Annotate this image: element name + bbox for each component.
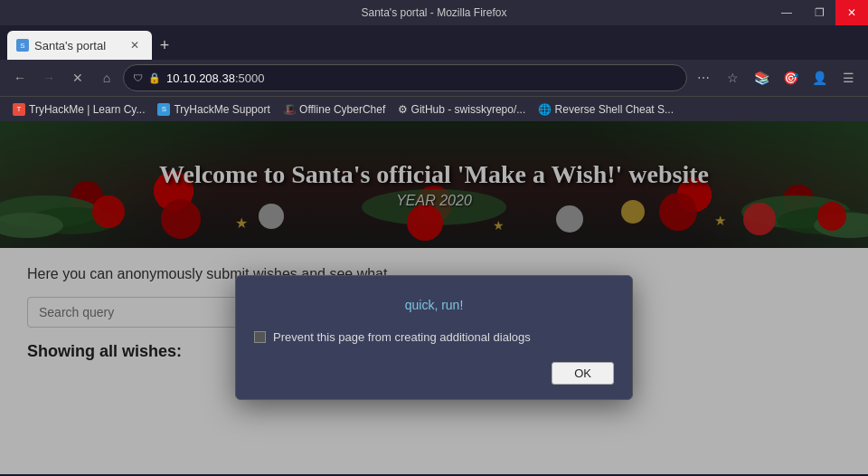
tab-label: Santa's portal [34,39,106,52]
bookmark-shell[interactable]: 🌐 Reverse Shell Cheat S... [533,101,679,118]
close-button[interactable]: ✕ [835,0,868,25]
bookmark-label-tryhackme: TryHackMe | Learn Cy... [29,103,145,116]
pocket-button[interactable]: 🎯 [778,65,803,90]
window-title: Santa's portal - Mozilla Firefox [361,6,506,19]
reload-button[interactable]: ✕ [65,65,90,90]
dialog-prevent-text: Prevent this page from creating addition… [273,330,531,344]
bookmarks-bar: T TryHackMe | Learn Cy... S TryHackMe Su… [0,96,868,121]
bookmark-support[interactable]: S TryHackMe Support [152,101,275,118]
dialog-buttons: OK [254,362,614,385]
dialog-box: quick, run! Prevent this page from creat… [235,275,633,400]
bookmark-label-support: TryHackMe Support [174,103,269,116]
security-icon: 🛡 [133,72,143,83]
dialog-ok-button[interactable]: OK [552,362,614,385]
dialog-overlay: quick, run! Prevent this page from creat… [0,121,868,474]
bookmark-favicon-support: S [157,103,170,116]
lock-icon: 🔒 [148,72,161,84]
tab-favicon: S [16,39,29,52]
page-content: ★ ★ ★ Welcome to Santa's official 'Make … [0,121,868,474]
address-port: :5000 [235,71,265,85]
nav-right-icons: ⋯ ☆ 📚 🎯 👤 ☰ [691,65,861,90]
tab-close-button[interactable]: ✕ [127,37,143,53]
more-button[interactable]: ⋯ [691,65,716,90]
tab-bar: S Santa's portal ✕ + [0,25,868,60]
back-button[interactable]: ← [7,65,33,90]
bookmark-favicon-thm: T [13,103,25,116]
bookmark-label-chef: 🎩 Offline CyberChef [283,103,386,116]
new-tab-button[interactable]: + [152,33,177,58]
restore-button[interactable]: ❐ [803,0,835,25]
address-host: 10.10.208.38 [166,71,235,85]
forward-button[interactable]: → [36,65,61,90]
tab-santas-portal[interactable]: S Santa's portal ✕ [7,31,152,60]
minimize-button[interactable]: — [770,0,803,25]
dialog-message: quick, run! [254,298,614,312]
window-controls: — ❐ ✕ [770,0,868,25]
address-text: 10.10.208.38:5000 [166,71,264,85]
profile-button[interactable]: 👤 [807,65,832,90]
dialog-prevent-checkbox[interactable] [254,331,266,343]
nav-bar: ← → ✕ ⌂ 🛡 🔒 10.10.208.38:5000 ⋯ ☆ 📚 🎯 👤 … [0,60,868,96]
title-bar: Santa's portal - Mozilla Firefox — ❐ ✕ [0,0,868,25]
bookmark-chef[interactable]: 🎩 Offline CyberChef [278,101,392,118]
address-bar[interactable]: 🛡 🔒 10.10.208.38:5000 [123,64,687,91]
menu-button[interactable]: ☰ [835,65,861,90]
extensions-button[interactable]: 📚 [749,65,774,90]
bookmark-tryhackme[interactable]: T TryHackMe | Learn Cy... [7,101,150,118]
bookmark-label-shell: 🌐 Reverse Shell Cheat S... [538,103,674,116]
home-button[interactable]: ⌂ [94,65,119,90]
bookmark-button[interactable]: ☆ [720,65,745,90]
dialog-prevent-row: Prevent this page from creating addition… [254,330,614,344]
bookmark-github[interactable]: ⚙ GitHub - swisskyrepo/... [392,101,531,118]
bookmark-label-github: ⚙ GitHub - swisskyrepo/... [398,103,525,116]
